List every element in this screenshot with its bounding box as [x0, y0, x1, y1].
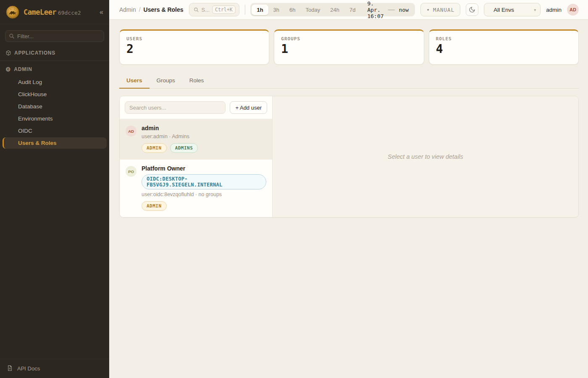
dark-mode-toggle[interactable]: [466, 3, 478, 16]
sidebar-section-applications[interactable]: APPLICATIONS: [0, 46, 109, 59]
sidebar-item-database[interactable]: Database: [3, 101, 107, 112]
time-range-1h[interactable]: 1h: [252, 5, 268, 15]
user-list: + Add user ADadminuser:admin · AdminsADM…: [120, 96, 273, 217]
user-badges: ADMIN: [142, 201, 266, 211]
time-range-24h[interactable]: 24h: [325, 5, 344, 15]
section-label: APPLICATIONS: [14, 50, 55, 56]
tabs-row: UsersGroupsRoles: [119, 74, 579, 89]
user-name: admin: [142, 125, 198, 131]
stats-row: USERS2GROUPS1ROLES4: [119, 29, 579, 65]
gear-icon: ⚙: [5, 66, 11, 72]
user-badges: ADMINADMINS: [142, 143, 198, 153]
sidebar-nav: APPLICATIONS ⚙ ADMIN Audit LogClickHouse…: [0, 46, 109, 149]
time-from-value[interactable]: 9. Apr. 16:07: [360, 0, 387, 19]
empty-state-text: Select a user to view details: [388, 153, 463, 160]
topbar: Admin / Users & Roles S... Ctrl+K 1h3h6h…: [109, 0, 588, 20]
username-label: admin: [546, 7, 562, 13]
api-docs-label: API Docs: [17, 365, 40, 372]
search-placeholder-text: S...: [202, 7, 210, 13]
time-range-3h[interactable]: 3h: [268, 5, 284, 15]
add-user-button[interactable]: + Add user: [230, 101, 267, 114]
user-meta: user:oidc:8evzqofluhld · no groups: [142, 192, 266, 197]
oidc-issuer-badge: OIDC:DESKTOP-FB5VGJ9.SIEGELN.INTERNAL: [142, 174, 266, 189]
sidebar-item-users-roles[interactable]: Users & Roles: [3, 137, 107, 149]
global-search-button[interactable]: S... Ctrl+K: [189, 3, 239, 16]
stat-value: 1: [281, 43, 417, 56]
user-search-input[interactable]: [125, 101, 226, 114]
user-row-body: adminuser:admin · AdminsADMINADMINS: [142, 125, 198, 153]
env-selector-value: All Envs: [494, 7, 514, 13]
refresh-mode-button[interactable]: • MANUAL: [420, 3, 460, 16]
env-selector[interactable]: All Envs ▾: [484, 3, 541, 16]
sidebar-divider: [0, 60, 109, 61]
sidebar-filter-input[interactable]: [5, 30, 104, 42]
user-name: Platform Owner: [142, 165, 266, 172]
user-avatar[interactable]: AD: [567, 4, 579, 16]
sidebar-item-audit-log[interactable]: Audit Log: [3, 76, 107, 88]
brand-title: CameLeer69dcce2: [24, 8, 81, 16]
brand-name: CameLeer: [24, 8, 56, 16]
stat-value: 4: [436, 43, 572, 56]
stat-card-users[interactable]: USERS2: [119, 29, 269, 65]
refresh-mode-label: MANUAL: [433, 7, 454, 13]
sidebar-collapse-button[interactable]: «: [100, 9, 103, 16]
sidebar-item-clickhouse[interactable]: ClickHouse: [3, 89, 107, 100]
user-row-body: Platform OwnerOIDC:DESKTOP-FB5VGJ9.SIEGE…: [142, 165, 266, 211]
document-icon: [7, 365, 13, 373]
search-shortcut-kbd: Ctrl+K: [212, 5, 236, 14]
cube-icon: [5, 50, 11, 56]
breadcrumb-current: Users & Roles: [144, 6, 184, 13]
tab-groups[interactable]: Groups: [150, 74, 182, 89]
sidebar: CameLeer69dcce2 « APPLICATIONS ⚙ ADMIN A…: [0, 0, 109, 378]
build-hash: 69dcce2: [58, 10, 81, 16]
time-range-buttons: 1h3h6hToday24h7d: [252, 5, 360, 15]
moon-icon: [469, 6, 475, 13]
breadcrumb: Admin / Users & Roles: [119, 6, 184, 13]
content-area: USERS2GROUPS1ROLES4 UsersGroupsRoles + A…: [109, 20, 588, 378]
avatar: AD: [126, 126, 136, 136]
time-range-control: 1h3h6hToday24h7d 9. Apr. 16:07 — now: [250, 3, 415, 16]
breadcrumb-parent[interactable]: Admin: [119, 6, 136, 13]
topbar-right-group: • MANUAL All Envs ▾ admin AD: [420, 3, 579, 16]
search-icon: [194, 7, 199, 13]
role-badge-admin: ADMIN: [142, 201, 167, 211]
user-rows: ADadminuser:admin · AdminsADMINADMINSPOP…: [120, 119, 272, 217]
avatar: PO: [126, 166, 136, 177]
sidebar-footer-api-docs[interactable]: API Docs: [0, 359, 109, 378]
status-dot: •: [426, 7, 430, 13]
stat-label: GROUPS: [281, 36, 417, 42]
user-meta: user:admin · Admins: [142, 134, 198, 139]
main-area: Admin / Users & Roles S... Ctrl+K 1h3h6h…: [109, 0, 588, 378]
tab-users[interactable]: Users: [119, 74, 150, 89]
topbar-divider: [245, 5, 245, 15]
user-list-item[interactable]: ADadminuser:admin · AdminsADMINADMINS: [120, 119, 272, 159]
section-label: ADMIN: [14, 66, 32, 72]
stat-card-groups[interactable]: GROUPS1: [274, 29, 424, 65]
time-range-today[interactable]: Today: [301, 5, 326, 15]
sidebar-item-environments[interactable]: Environments: [3, 113, 107, 124]
tab-roles[interactable]: Roles: [182, 74, 211, 89]
sidebar-item-oidc[interactable]: OIDC: [3, 125, 107, 136]
stat-value: 2: [126, 43, 262, 56]
stat-card-roles[interactable]: ROLES4: [429, 29, 579, 65]
time-range-7d[interactable]: 7d: [344, 5, 360, 15]
user-detail-panel: Select a user to view details: [273, 96, 578, 217]
role-badge-admin: ADMIN: [142, 143, 167, 153]
time-range-6h[interactable]: 6h: [284, 5, 300, 15]
chevron-down-icon: ▾: [534, 8, 536, 12]
admin-items-list: Audit LogClickHouseDatabaseEnvironmentsO…: [0, 76, 109, 149]
sidebar-section-admin[interactable]: ⚙ ADMIN: [0, 63, 109, 76]
stat-label: ROLES: [436, 36, 572, 42]
role-badge-admins: ADMINS: [170, 143, 198, 153]
stat-label: USERS: [126, 36, 262, 42]
sidebar-filter: [5, 30, 104, 42]
search-icon: [9, 33, 15, 39]
time-dash: —: [387, 6, 396, 13]
sidebar-header: CameLeer69dcce2 «: [0, 0, 109, 24]
user-list-header: + Add user: [120, 96, 272, 119]
user-list-item[interactable]: POPlatform OwnerOIDC:DESKTOP-FB5VGJ9.SIE…: [120, 159, 272, 217]
app-logo-icon: [6, 5, 19, 19]
users-panel: + Add user ADadminuser:admin · AdminsADM…: [119, 96, 579, 218]
breadcrumb-separator: /: [139, 6, 141, 13]
time-to-value[interactable]: now: [396, 7, 414, 13]
